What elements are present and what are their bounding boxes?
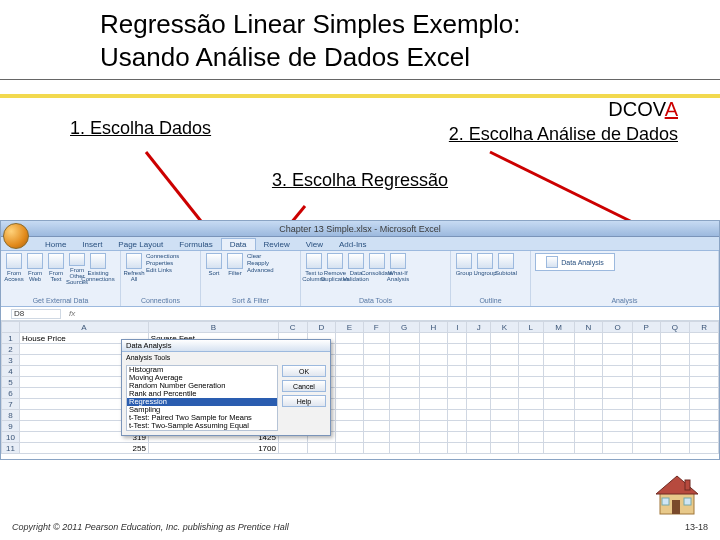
remove-duplicates-icon[interactable]: Remove Duplicates bbox=[326, 253, 344, 285]
cell[interactable] bbox=[448, 366, 467, 377]
table-row[interactable]: 22451400 bbox=[2, 344, 719, 355]
cell[interactable] bbox=[574, 410, 603, 421]
cell[interactable] bbox=[363, 388, 389, 399]
cell[interactable] bbox=[491, 366, 518, 377]
cell[interactable] bbox=[467, 421, 491, 432]
table-row[interactable]: 103191425 bbox=[2, 432, 719, 443]
cell[interactable] bbox=[363, 355, 389, 366]
sort-icon[interactable]: Sort bbox=[205, 253, 223, 285]
cell[interactable] bbox=[419, 355, 448, 366]
cell[interactable] bbox=[389, 421, 419, 432]
cell[interactable] bbox=[467, 355, 491, 366]
help-button[interactable]: Help bbox=[282, 395, 326, 407]
cell[interactable] bbox=[633, 421, 660, 432]
cell[interactable] bbox=[603, 432, 633, 443]
cell[interactable] bbox=[660, 333, 690, 344]
cell[interactable] bbox=[574, 377, 603, 388]
col-F[interactable]: F bbox=[363, 322, 389, 333]
col-C[interactable]: C bbox=[278, 322, 307, 333]
cell[interactable] bbox=[467, 377, 491, 388]
name-box[interactable]: D8 bbox=[11, 309, 61, 319]
cell[interactable] bbox=[419, 388, 448, 399]
cell[interactable] bbox=[491, 410, 518, 421]
col-N[interactable]: N bbox=[574, 322, 603, 333]
tab-add-ins[interactable]: Add-Ins bbox=[331, 239, 375, 250]
cell[interactable] bbox=[491, 388, 518, 399]
cell[interactable] bbox=[448, 388, 467, 399]
cell[interactable] bbox=[336, 388, 363, 399]
col-B[interactable]: B bbox=[148, 322, 278, 333]
col-P[interactable]: P bbox=[633, 322, 660, 333]
cell[interactable] bbox=[518, 366, 543, 377]
col-O[interactable]: O bbox=[603, 322, 633, 333]
table-row[interactable]: 61991100 bbox=[2, 388, 719, 399]
table-row[interactable]: 33121600 bbox=[2, 355, 719, 366]
cell[interactable] bbox=[633, 432, 660, 443]
row-header[interactable]: 7 bbox=[2, 399, 20, 410]
ungroup-icon[interactable]: Ungroup bbox=[476, 253, 494, 285]
cell[interactable] bbox=[278, 443, 307, 454]
cell[interactable] bbox=[603, 366, 633, 377]
cell[interactable] bbox=[603, 333, 633, 344]
cell[interactable] bbox=[389, 344, 419, 355]
cell[interactable] bbox=[660, 432, 690, 443]
cell[interactable] bbox=[467, 366, 491, 377]
consolidate-icon[interactable]: Consolidate bbox=[368, 253, 386, 285]
cell[interactable] bbox=[448, 432, 467, 443]
cell[interactable] bbox=[543, 388, 574, 399]
cell[interactable] bbox=[543, 377, 574, 388]
cell[interactable] bbox=[518, 399, 543, 410]
cell[interactable] bbox=[543, 355, 574, 366]
cell[interactable] bbox=[518, 421, 543, 432]
row-header[interactable]: 8 bbox=[2, 410, 20, 421]
col-I[interactable]: I bbox=[448, 322, 467, 333]
cell[interactable] bbox=[633, 377, 660, 388]
filter-icon[interactable]: Filter bbox=[226, 253, 244, 285]
cell[interactable] bbox=[363, 333, 389, 344]
clear-link[interactable]: Clear bbox=[247, 253, 274, 260]
col-R[interactable]: R bbox=[690, 322, 719, 333]
cell[interactable] bbox=[633, 355, 660, 366]
cell[interactable] bbox=[574, 333, 603, 344]
cell[interactable] bbox=[690, 443, 719, 454]
table-row[interactable]: 72191550 bbox=[2, 399, 719, 410]
col-A[interactable]: A bbox=[20, 322, 149, 333]
cell[interactable] bbox=[633, 410, 660, 421]
cell[interactable] bbox=[574, 388, 603, 399]
cell[interactable] bbox=[574, 355, 603, 366]
from-text-icon[interactable]: From Text bbox=[47, 253, 65, 285]
tab-formulas[interactable]: Formulas bbox=[171, 239, 220, 250]
cell[interactable] bbox=[419, 443, 448, 454]
cell[interactable] bbox=[389, 388, 419, 399]
row-header[interactable]: 11 bbox=[2, 443, 20, 454]
cell[interactable]: 1700 bbox=[148, 443, 278, 454]
cell[interactable] bbox=[603, 344, 633, 355]
cell[interactable] bbox=[448, 377, 467, 388]
what-if-analysis-icon[interactable]: What-If Analysis bbox=[389, 253, 407, 285]
cell[interactable] bbox=[448, 443, 467, 454]
col-Q[interactable]: Q bbox=[660, 322, 690, 333]
cell[interactable] bbox=[363, 410, 389, 421]
cell[interactable] bbox=[543, 344, 574, 355]
cell[interactable] bbox=[448, 421, 467, 432]
col-G[interactable]: G bbox=[389, 322, 419, 333]
cell[interactable] bbox=[543, 432, 574, 443]
cell[interactable] bbox=[336, 377, 363, 388]
data-analysis-button[interactable]: Data Analysis bbox=[535, 253, 615, 271]
cell[interactable] bbox=[574, 399, 603, 410]
table-row[interactable]: 112551700 bbox=[2, 443, 719, 454]
existing-connections-icon[interactable]: Existing Connections bbox=[89, 253, 107, 285]
cell[interactable] bbox=[491, 443, 518, 454]
cell[interactable] bbox=[491, 377, 518, 388]
cell[interactable] bbox=[660, 410, 690, 421]
cell[interactable] bbox=[660, 399, 690, 410]
table-row[interactable]: 53081875 bbox=[2, 377, 719, 388]
cancel-button[interactable]: Cancel bbox=[282, 380, 326, 392]
cell[interactable] bbox=[491, 333, 518, 344]
cell[interactable] bbox=[603, 421, 633, 432]
table-row[interactable]: 93242450 bbox=[2, 421, 719, 432]
cell[interactable] bbox=[633, 443, 660, 454]
cell[interactable] bbox=[491, 355, 518, 366]
cell[interactable] bbox=[690, 421, 719, 432]
cell[interactable] bbox=[363, 421, 389, 432]
